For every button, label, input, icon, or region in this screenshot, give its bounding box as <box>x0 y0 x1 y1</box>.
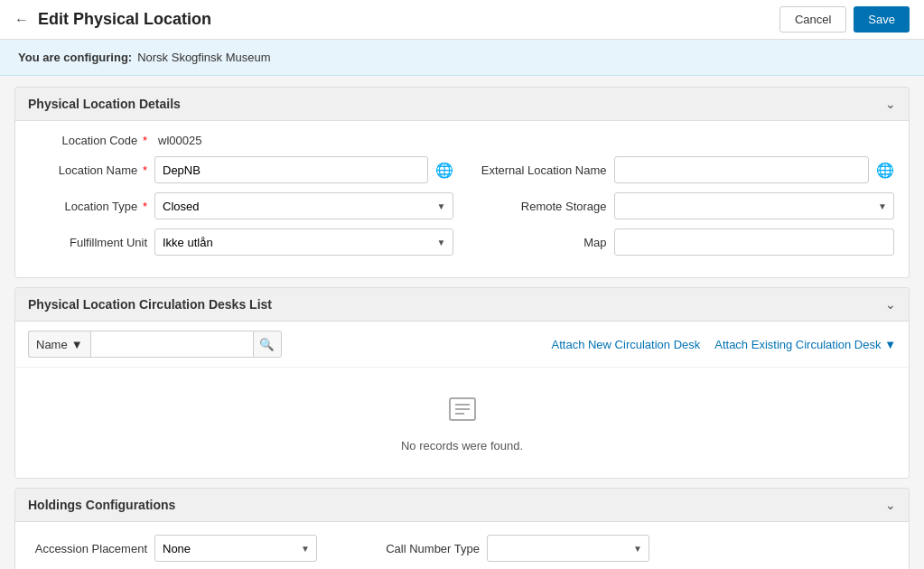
remote-storage-select[interactable] <box>614 192 895 219</box>
call-number-type-select[interactable] <box>487 535 649 562</box>
circulation-desks-header[interactable]: Physical Location Circulation Desks List… <box>15 288 909 322</box>
circ-search-button[interactable]: 🔍 <box>253 331 282 358</box>
location-name-row: Location Name * 🌐 <box>30 156 453 183</box>
required-star-name: * <box>143 163 147 177</box>
physical-location-details-title: Physical Location Details <box>28 97 181 111</box>
info-bar-value: Norsk Skogfinsk Museum <box>137 51 270 64</box>
chevron-down-icon: ⌄ <box>885 498 896 512</box>
empty-records-icon <box>446 393 479 432</box>
circ-search-group: Name ▼ 🔍 <box>28 331 282 358</box>
fulfillment-unit-row: Fulfillment Unit Ikke utlån ▼ <box>30 229 453 256</box>
circ-filter-select[interactable]: Name ▼ <box>28 331 90 358</box>
remote-storage-label: Remote Storage <box>471 200 607 213</box>
accession-placement-select-wrap: None ▼ <box>154 535 317 562</box>
attach-existing-circulation-desk-link[interactable]: Attach Existing Circulation Desk ▼ <box>714 338 896 351</box>
external-location-name-input[interactable] <box>614 156 870 183</box>
location-name-label: Location Name * <box>30 163 147 177</box>
circ-toolbar: Name ▼ 🔍 Attach New Circulation Desk Att… <box>15 322 909 368</box>
page-header: ← Edit Physical Location Cancel Save <box>0 0 924 40</box>
empty-text: No records were found. <box>401 439 523 452</box>
globe-icon-external[interactable]: 🌐 <box>876 162 894 179</box>
external-location-name-row: External Location Name 🌐 <box>471 156 895 183</box>
required-star-type: * <box>143 200 147 213</box>
cancel-button[interactable]: Cancel <box>779 6 846 33</box>
chevron-down-icon: ▼ <box>71 338 83 351</box>
chevron-down-icon: ⌄ <box>885 297 896 312</box>
back-arrow-icon: ← <box>14 12 29 28</box>
map-row: Map <box>471 229 895 256</box>
call-number-type-label: Call Number Type <box>353 542 480 555</box>
chevron-down-icon: ⌄ <box>885 97 896 111</box>
save-button[interactable]: Save <box>854 6 910 33</box>
fulfillment-unit-select[interactable]: Ikke utlån <box>154 229 453 256</box>
remote-storage-select-wrap: ▼ <box>614 192 895 219</box>
location-code-value: wl00025 <box>154 134 201 147</box>
details-left-column: Location Name * 🌐 Location Type * <box>30 156 453 265</box>
accession-placement-row: Accession Placement None ▼ <box>30 535 317 562</box>
fulfillment-unit-select-wrap: Ikke utlån ▼ <box>154 229 453 256</box>
physical-location-details-body: Location Code * wl00025 Location Name * <box>15 121 909 277</box>
physical-location-details-header[interactable]: Physical Location Details ⌄ <box>15 88 909 121</box>
holdings-row: Accession Placement None ▼ Call Number T… <box>30 535 894 569</box>
location-type-row: Location Type * Closed Open Remote ▼ <box>30 192 453 219</box>
map-input[interactable] <box>614 229 895 256</box>
physical-location-details-section: Physical Location Details ⌄ Location Cod… <box>14 87 910 278</box>
info-bar-label: You are configuring: <box>18 51 132 64</box>
call-number-type-row: Call Number Type ▼ <box>353 535 649 562</box>
chevron-down-icon: ▼ <box>884 338 896 351</box>
info-bar: You are configuring: Norsk Skogfinsk Mus… <box>0 40 924 76</box>
globe-icon-name[interactable]: 🌐 <box>435 162 453 179</box>
main-content: Physical Location Details ⌄ Location Cod… <box>0 76 924 569</box>
circ-search-input[interactable] <box>90 331 253 358</box>
circ-actions: Attach New Circulation Desk Attach Exist… <box>552 338 896 351</box>
location-code-label: Location Code * <box>30 134 147 147</box>
fulfillment-unit-label: Fulfillment Unit <box>30 236 147 249</box>
back-button[interactable]: ← <box>14 12 29 28</box>
remote-storage-row: Remote Storage ▼ <box>471 192 895 219</box>
map-label: Map <box>471 236 607 249</box>
required-star: * <box>143 134 147 147</box>
external-location-name-label: External Location Name <box>471 163 607 177</box>
holdings-configurations-header[interactable]: Holdings Configurations ⌄ <box>15 489 909 522</box>
accession-placement-label: Accession Placement <box>30 542 147 555</box>
circulation-desks-section: Physical Location Circulation Desks List… <box>14 287 910 479</box>
circulation-desks-body: Name ▼ 🔍 Attach New Circulation Desk Att… <box>15 322 909 478</box>
call-number-type-select-wrap: ▼ <box>487 535 649 562</box>
empty-state: No records were found. <box>15 368 909 478</box>
location-type-label: Location Type * <box>30 200 147 213</box>
location-name-input[interactable] <box>154 156 428 183</box>
accession-placement-select[interactable]: None <box>154 535 317 562</box>
location-type-select-wrap: Closed Open Remote ▼ <box>154 192 453 219</box>
header-actions: Cancel Save <box>779 6 910 33</box>
circ-filter-label: Name <box>36 338 68 351</box>
holdings-configurations-title: Holdings Configurations <box>28 498 175 512</box>
holdings-configurations-section: Holdings Configurations ⌄ Accession Plac… <box>14 488 910 569</box>
attach-new-circulation-desk-link[interactable]: Attach New Circulation Desk <box>552 338 701 351</box>
page-title: Edit Physical Location <box>38 10 779 29</box>
location-code-row: Location Code * wl00025 <box>30 134 894 147</box>
details-right-column: External Location Name 🌐 Remote Storage <box>471 156 895 265</box>
circulation-desks-title: Physical Location Circulation Desks List <box>28 297 272 312</box>
holdings-body: Accession Placement None ▼ Call Number T… <box>15 522 909 569</box>
search-icon: 🔍 <box>259 338 275 351</box>
location-type-select[interactable]: Closed Open Remote <box>154 192 453 219</box>
